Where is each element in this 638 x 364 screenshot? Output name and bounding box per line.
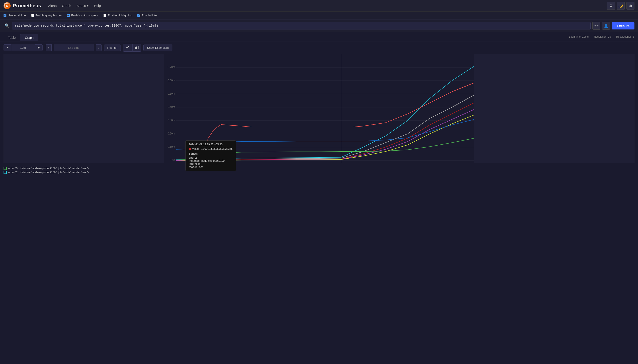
theme-button[interactable]: 🌙 bbox=[617, 2, 625, 10]
resolution: Resolution: 2s bbox=[594, 35, 611, 38]
svg-rect-4 bbox=[136, 46, 137, 49]
legend-label-0: {cpu="0", instance="node-exporter:9100",… bbox=[8, 167, 89, 170]
prometheus-logo bbox=[4, 2, 11, 9]
result-series: Result series: 8 bbox=[616, 35, 634, 38]
end-time-input[interactable] bbox=[54, 44, 94, 51]
time-prev-button[interactable]: ‹ bbox=[46, 44, 52, 51]
tab-table[interactable]: Table bbox=[4, 34, 20, 41]
svg-text:0.70m: 0.70m bbox=[168, 66, 175, 69]
tooltip-job-key: job: bbox=[189, 162, 194, 166]
nav-status[interactable]: Status ▾ bbox=[76, 4, 89, 8]
legend-item-1[interactable]: {cpu="1", instance="node-exporter:9100",… bbox=[4, 171, 634, 174]
legend-color-0 bbox=[4, 167, 7, 170]
enable-query-history-checkbox[interactable]: Enable query history bbox=[31, 14, 62, 17]
query-input[interactable] bbox=[12, 22, 590, 30]
time-range-controls: − 10m + bbox=[4, 44, 42, 51]
main-chart: 0.70m 0.60m 0.50m 0.40m 0.30m 0.20m 0.10… bbox=[4, 54, 634, 162]
tooltip-job: job: node bbox=[189, 162, 233, 166]
time-next-button[interactable]: › bbox=[96, 44, 102, 51]
enable-autocomplete-label: Enable autocomplete bbox=[71, 14, 98, 17]
svg-rect-3 bbox=[135, 48, 136, 49]
contrast-button[interactable]: ◑ bbox=[626, 2, 634, 10]
legend-label-1: {cpu="1", instance="node-exporter:9100",… bbox=[8, 171, 89, 174]
query-bar: 🔍 ≡≡ 👤 Execute bbox=[0, 20, 638, 32]
chart-wrap: 0.70m 0.60m 0.50m 0.40m 0.30m 0.20m 0.10… bbox=[4, 54, 634, 163]
nav-help[interactable]: Help bbox=[94, 4, 101, 8]
load-time: Load time: 10ms bbox=[569, 35, 589, 38]
svg-text:0.60m: 0.60m bbox=[168, 79, 175, 82]
svg-text:0.10m: 0.10m bbox=[168, 145, 175, 148]
app-title: Prometheus bbox=[13, 3, 41, 9]
brand: Prometheus bbox=[4, 2, 41, 9]
svg-rect-5 bbox=[138, 46, 138, 49]
legend: {cpu="0", instance="node-exporter:9100",… bbox=[0, 165, 638, 176]
svg-text:0.30m: 0.30m bbox=[168, 119, 175, 122]
chart-area: 0.70m 0.60m 0.50m 0.40m 0.30m 0.20m 0.10… bbox=[0, 54, 638, 165]
graph-controls: − 10m + ‹ › Res. (s) Show Exemplars bbox=[0, 42, 638, 54]
legend-color-1 bbox=[4, 171, 7, 174]
tab-graph[interactable]: Graph bbox=[20, 34, 38, 41]
settings-button[interactable]: ⚙ bbox=[607, 2, 615, 10]
svg-point-2 bbox=[7, 5, 8, 6]
enable-autocomplete-checkbox[interactable]: Enable autocomplete bbox=[67, 14, 98, 17]
navbar: Prometheus Alerts Graph Status ▾ Help ⚙ … bbox=[0, 0, 638, 12]
tabs-row: Table Graph Load time: 10ms Resolution: … bbox=[0, 32, 638, 42]
nav-right: ⚙ 🌙 ◑ bbox=[607, 2, 634, 10]
enable-query-history-label: Enable query history bbox=[36, 14, 62, 17]
enable-linter-checkbox[interactable]: Enable linter bbox=[138, 14, 158, 17]
svg-rect-6 bbox=[164, 54, 474, 162]
chart-type-buttons bbox=[123, 44, 141, 52]
format-button[interactable]: ≡≡ bbox=[592, 22, 600, 30]
legend-item-0[interactable]: {cpu="0", instance="node-exporter:9100",… bbox=[4, 167, 634, 170]
show-exemplars-button[interactable]: Show Exemplars bbox=[144, 44, 173, 51]
increase-time-button[interactable]: + bbox=[35, 44, 42, 51]
use-local-time-checkbox[interactable]: Use local time bbox=[4, 14, 26, 17]
execute-button[interactable]: Execute bbox=[612, 22, 634, 30]
resolution-button[interactable]: Res. (s) bbox=[104, 44, 121, 51]
tab-meta: Load time: 10ms Resolution: 2s Result se… bbox=[569, 35, 634, 40]
use-local-time-label: Use local time bbox=[8, 14, 26, 17]
enable-linter-label: Enable linter bbox=[142, 14, 158, 17]
metric-explorer-button[interactable]: 👤 bbox=[602, 22, 610, 30]
svg-text:0.20m: 0.20m bbox=[168, 132, 175, 135]
svg-text:0.40m: 0.40m bbox=[168, 106, 175, 108]
toolbar: Use local time Enable query history Enab… bbox=[0, 12, 638, 20]
enable-highlighting-label: Enable highlighting bbox=[108, 14, 132, 17]
svg-text:0.00: 0.00 bbox=[170, 159, 175, 162]
stacked-chart-button[interactable] bbox=[132, 44, 141, 52]
enable-highlighting-checkbox[interactable]: Enable highlighting bbox=[104, 14, 132, 17]
svg-text:0.50m: 0.50m bbox=[168, 92, 175, 95]
line-chart-button[interactable] bbox=[123, 44, 132, 52]
search-icon: 🔍 bbox=[4, 23, 10, 28]
nav-links: Alerts Graph Status ▾ Help bbox=[48, 4, 101, 8]
tabs: Table Graph bbox=[4, 34, 38, 41]
nav-alerts[interactable]: Alerts bbox=[48, 4, 56, 8]
decrease-time-button[interactable]: − bbox=[4, 44, 11, 51]
time-range-display: 10m bbox=[11, 44, 34, 51]
tooltip-job-val: node bbox=[194, 162, 200, 166]
nav-graph[interactable]: Graph bbox=[62, 4, 71, 8]
